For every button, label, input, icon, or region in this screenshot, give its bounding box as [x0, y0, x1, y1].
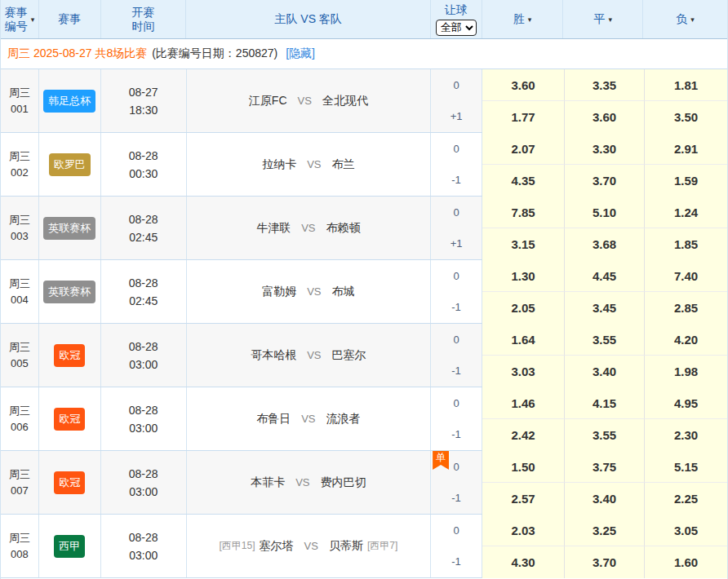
- table-row: 周三 007 欧冠 08-28 03:00 本菲卡 VS 费内巴切 单 0 -1…: [1, 451, 727, 515]
- league-badge[interactable]: 西甲: [54, 535, 85, 558]
- odds-lose[interactable]: 1.81: [644, 69, 727, 101]
- league-cell: 欧罗巴: [39, 133, 101, 196]
- header-win-label: 胜: [513, 12, 525, 27]
- sort-arrow-icon[interactable]: ▾: [690, 15, 695, 24]
- odds-win[interactable]: 1.50: [482, 451, 564, 483]
- odds-lose[interactable]: 3.05: [644, 515, 727, 546]
- odds-draw[interactable]: 3.68: [564, 228, 644, 260]
- header-teams: 主队 VS 客队: [186, 0, 430, 38]
- odds-lose[interactable]: 1.60: [644, 546, 727, 578]
- odds-lose[interactable]: 1.59: [644, 165, 727, 197]
- kickoff-date: 08-28: [129, 147, 158, 165]
- handicap-filter-select[interactable]: 全部: [436, 20, 477, 36]
- odds-win[interactable]: 1.46: [482, 387, 564, 419]
- odds-lose[interactable]: 5.15: [644, 451, 727, 483]
- home-team: 拉纳卡: [262, 157, 296, 172]
- league-badge[interactable]: 欧冠: [54, 408, 85, 431]
- odds-grid: 1.46 4.15 4.95 2.42 3.55 2.30: [482, 387, 727, 450]
- match-number-cell: 周三 004: [1, 260, 39, 323]
- handicap-value: 0: [431, 324, 482, 356]
- kickoff-time-cell: 08-28 02:45: [101, 197, 187, 259]
- handicap-value: -1: [431, 483, 482, 515]
- hide-link[interactable]: [隐藏]: [286, 46, 315, 61]
- sort-arrow-icon[interactable]: ▾: [609, 15, 613, 24]
- teams-cell: 拉纳卡 VS 布兰: [187, 133, 431, 196]
- handicap-cell: 0 -1: [431, 133, 482, 196]
- table-body: 周三 001 韩足总杯 08-27 18:30 江原FC VS 全北现代 0 +…: [1, 69, 727, 578]
- odds-lose[interactable]: 1.98: [644, 356, 727, 387]
- kickoff-date: 08-28: [129, 210, 158, 228]
- odds-lose[interactable]: 2.30: [644, 419, 727, 451]
- odds-draw[interactable]: 3.30: [564, 133, 644, 165]
- league-badge[interactable]: 英联赛杯: [43, 281, 95, 303]
- odds-draw[interactable]: 3.35: [564, 69, 644, 101]
- kickoff-time-cell: 08-28 03:00: [101, 451, 187, 514]
- kickoff-time: 03:00: [129, 419, 158, 437]
- odds-win[interactable]: 2.42: [482, 419, 564, 451]
- kickoff-time: 00:30: [129, 165, 158, 183]
- match-number-cell: 周三 005: [1, 324, 39, 387]
- league-badge[interactable]: 韩足总杯: [43, 90, 95, 113]
- odds-lose[interactable]: 4.95: [644, 387, 727, 419]
- odds-win[interactable]: 7.85: [482, 197, 564, 228]
- header-match-number[interactable]: 赛事编号 ▾: [1, 0, 39, 38]
- odds-win[interactable]: 2.05: [482, 292, 564, 324]
- odds-win[interactable]: 3.60: [482, 69, 564, 101]
- vs-label: VS: [298, 95, 312, 107]
- odds-lose[interactable]: 2.91: [644, 133, 727, 165]
- league-badge[interactable]: 欧罗巴: [49, 153, 91, 176]
- sort-arrow-icon[interactable]: ▾: [31, 15, 35, 24]
- day-summary-bar: 周三 2025-08-27 共8场比赛 (比赛编号日期：250827) [隐藏]: [1, 39, 727, 69]
- odds-win[interactable]: 2.57: [482, 483, 564, 515]
- header-win[interactable]: 胜 ▾: [482, 0, 564, 38]
- odds-win[interactable]: 4.30: [482, 546, 564, 578]
- odds-win[interactable]: 1.64: [482, 324, 564, 356]
- match-day: 周三: [9, 466, 30, 483]
- sort-arrow-icon[interactable]: ▾: [528, 15, 532, 24]
- odds-lose[interactable]: 2.25: [644, 483, 727, 515]
- odds-draw[interactable]: 3.55: [564, 419, 644, 451]
- match-number: 004: [11, 292, 29, 308]
- odds-win[interactable]: 3.15: [482, 228, 564, 260]
- odds-draw[interactable]: 3.55: [564, 324, 644, 356]
- handicap-value: -1: [431, 165, 482, 197]
- odds-draw[interactable]: 3.70: [564, 165, 644, 197]
- header-draw[interactable]: 平 ▾: [563, 0, 643, 38]
- odds-draw[interactable]: 3.60: [564, 101, 644, 133]
- handicap-value: -1: [431, 292, 482, 324]
- league-badge[interactable]: 欧冠: [54, 471, 85, 494]
- home-team: 富勒姆: [262, 285, 296, 299]
- odds-draw[interactable]: 5.10: [564, 197, 644, 228]
- away-team: 流浪者: [326, 412, 361, 427]
- odds-draw[interactable]: 3.75: [564, 451, 644, 483]
- table-row: 周三 005 欧冠 08-28 03:00 哥本哈根 VS 巴塞尔 0 -1 1…: [1, 324, 727, 387]
- handicap-cell: 0 +1: [431, 197, 482, 259]
- odds-draw[interactable]: 4.15: [564, 387, 644, 419]
- odds-lose[interactable]: 1.85: [644, 228, 727, 260]
- odds-win[interactable]: 2.03: [482, 515, 564, 546]
- odds-win[interactable]: 1.77: [482, 101, 564, 133]
- odds-draw[interactable]: 3.25: [564, 515, 644, 546]
- match-number-cell: 周三 007: [1, 451, 39, 514]
- odds-draw[interactable]: 4.45: [564, 260, 644, 292]
- odds-win[interactable]: 3.03: [482, 356, 564, 387]
- kickoff-date: 08-28: [129, 338, 158, 356]
- odds-win[interactable]: 2.07: [482, 133, 564, 165]
- odds-win[interactable]: 4.35: [482, 165, 564, 197]
- home-team: 塞尔塔: [260, 539, 294, 554]
- odds-lose[interactable]: 2.85: [644, 292, 727, 324]
- odds-draw[interactable]: 3.40: [564, 483, 644, 515]
- odds-grid: 7.85 5.10 1.24 3.15 3.68 1.85: [482, 197, 727, 259]
- odds-win[interactable]: 1.30: [482, 260, 564, 292]
- match-number-cell: 周三 001: [1, 69, 39, 132]
- league-badge[interactable]: 英联赛杯: [43, 217, 95, 240]
- odds-draw[interactable]: 3.45: [564, 292, 644, 324]
- odds-lose[interactable]: 4.20: [644, 324, 727, 356]
- odds-lose[interactable]: 7.40: [644, 260, 727, 292]
- odds-lose[interactable]: 3.50: [644, 101, 727, 133]
- league-badge[interactable]: 欧冠: [54, 344, 85, 367]
- header-lose[interactable]: 负 ▾: [643, 0, 727, 38]
- odds-draw[interactable]: 3.70: [564, 546, 644, 578]
- odds-lose[interactable]: 1.24: [644, 197, 727, 228]
- odds-draw[interactable]: 3.40: [564, 356, 644, 387]
